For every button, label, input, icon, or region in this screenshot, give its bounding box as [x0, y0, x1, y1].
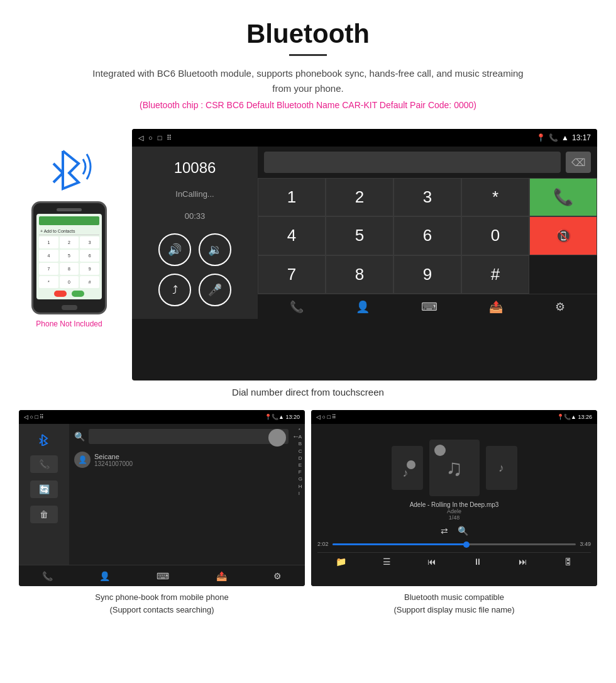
- num-key-7[interactable]: 7: [258, 255, 326, 294]
- pb-nav-transfer[interactable]: 📤: [216, 571, 227, 581]
- end-call-mini: [54, 291, 67, 297]
- dial-input-box[interactable]: [264, 152, 561, 173]
- music-col: ◁ ○ □ ⠿ 📍📞▲ 13:26 ♪ ♫: [311, 410, 597, 616]
- recent-nav-icon: □: [158, 134, 162, 142]
- pb-nav-dialpad[interactable]: ⌨: [157, 571, 169, 581]
- progress-fill: [333, 543, 466, 545]
- numpad-grid: 1 2 3 * 📞 4 5 6 0 📵 7 8 9 #: [258, 178, 597, 294]
- pb-time: 13:20: [285, 414, 300, 420]
- folder-btn[interactable]: 📁: [336, 557, 346, 567]
- pb-delete-btn[interactable]: 🗑: [30, 506, 58, 523]
- num-key-1[interactable]: 1: [258, 178, 326, 216]
- phone-sidebar: + Add to Contacts 1 2 3 4 5 6 7 8 9 * 0 …: [19, 129, 119, 328]
- time-current: 2:02: [317, 541, 329, 547]
- num-key-2[interactable]: 2: [326, 178, 393, 216]
- mini-topbar: [39, 216, 99, 225]
- phonebook-statusbar: ◁ ○ □ ⠿ 📍📞▲ 13:20: [19, 410, 305, 424]
- shuffle-btn[interactable]: ⇄: [441, 526, 448, 536]
- mini-key: 8: [60, 263, 79, 275]
- num-key-0[interactable]: 0: [461, 216, 529, 255]
- phone-home-button: [62, 305, 77, 310]
- statusbar-right: 📍 📞 ▲ 13:17: [536, 133, 591, 142]
- nav-dialpad-btn[interactable]: ⌨: [421, 300, 437, 314]
- mini-key: 3: [80, 236, 99, 248]
- num-key-8[interactable]: 8: [326, 255, 393, 294]
- title-divider: [289, 54, 327, 56]
- num-key-3[interactable]: 3: [393, 178, 461, 216]
- music-caption: Bluetooth music compatible (Support disp…: [393, 591, 514, 616]
- phonebook-sidebar: 📞 🔄 🗑: [19, 424, 69, 565]
- num-key-4[interactable]: 4: [258, 216, 326, 255]
- music-screen: ◁ ○ □ ⠿ 📍📞▲ 13:26 ♪ ♫: [311, 410, 597, 586]
- eq-btn[interactable]: 🎛: [564, 557, 573, 567]
- page-title: Bluetooth: [13, 19, 603, 49]
- num-key-9[interactable]: 9: [393, 255, 461, 294]
- main-content-area: + Add to Contacts 1 2 3 4 5 6 7 8 9 * 0 …: [0, 129, 616, 380]
- transfer-btn[interactable]: ⤴: [158, 274, 191, 306]
- svg-line-1: [53, 173, 63, 182]
- alpha-scroll[interactable]: *ABCDEFGHI: [299, 426, 302, 497]
- nav-contacts-btn[interactable]: 👤: [356, 300, 370, 314]
- phonebook-screen: ◁ ○ □ ⠿ 📍📞▲ 13:20: [19, 410, 305, 586]
- pb-nav-icons: ◁ ○ □ ⠿: [24, 414, 44, 420]
- num-key-star[interactable]: *: [461, 178, 529, 216]
- track-count: 1/48: [410, 514, 499, 521]
- ctrl-row-2: ⤴ 🎤: [158, 274, 231, 306]
- volume-up-btn[interactable]: 🔊: [158, 233, 191, 266]
- contact-avatar: 👤: [74, 452, 91, 468]
- phone-speaker: [57, 208, 82, 211]
- pb-nav-settings[interactable]: ⚙: [273, 571, 282, 581]
- call-accept-btn[interactable]: 📞: [529, 178, 597, 216]
- pb-scroll-thumb: [268, 429, 286, 447]
- pb-search-bar[interactable]: [89, 429, 289, 444]
- mini-dialpad: 1 2 3 4 5 6 7 8 9 * 0 #: [39, 236, 99, 288]
- mini-key: 7: [39, 263, 58, 275]
- num-key-6[interactable]: 6: [393, 216, 461, 255]
- mini-key: #: [80, 276, 99, 288]
- page-header: Bluetooth Integrated with BC6 Bluetooth …: [0, 0, 616, 129]
- num-key-5[interactable]: 5: [326, 216, 393, 255]
- progress-area: 2:02 3:49: [317, 541, 591, 547]
- music-controls-row: ⇄ 🔍: [441, 526, 468, 536]
- pb-nav-contacts[interactable]: 👤: [99, 571, 110, 581]
- music-note-right: ♪: [498, 462, 504, 475]
- pb-nav-call[interactable]: 📞: [42, 571, 53, 581]
- nav-settings-btn[interactable]: ⚙: [555, 300, 565, 314]
- mini-key: 1: [39, 236, 58, 248]
- num-key-hash[interactable]: #: [461, 255, 529, 294]
- nav-calls-btn[interactable]: 📞: [290, 300, 304, 314]
- call-number: 10086: [174, 159, 216, 177]
- progress-bar[interactable]: [333, 543, 576, 545]
- play-pause-btn[interactable]: ⏸: [473, 557, 482, 567]
- call-end-btn[interactable]: 📵: [529, 216, 597, 255]
- pb-signal-icon: 📍📞▲: [265, 414, 284, 420]
- phonebook-caption: Sync phone-book from mobile phone (Suppo…: [95, 591, 228, 616]
- bt-icon-btn[interactable]: [30, 430, 58, 448]
- backspace-btn[interactable]: ⌫: [566, 152, 591, 173]
- pb-search-row: 🔍 ←: [74, 429, 300, 444]
- call-status: InCalling...: [175, 189, 214, 199]
- call-icon: 📞: [549, 133, 558, 142]
- pb-sync-btn[interactable]: 🔄: [30, 480, 58, 498]
- wifi-icon: ▲: [561, 133, 569, 142]
- music-content: ♪ ♫ ♪ Adele - Rolling In the Deep.mp3 Ad…: [311, 424, 597, 586]
- mic-btn[interactable]: 🎤: [199, 274, 231, 306]
- next-btn[interactable]: ⏭: [519, 557, 527, 567]
- contact-number: 13241007000: [94, 460, 133, 467]
- prev-btn[interactable]: ⏮: [427, 557, 436, 567]
- bottom-screenshots: ◁ ○ □ ⠿ 📍📞▲ 13:20: [0, 410, 616, 616]
- time-total: 3:49: [580, 541, 591, 547]
- album-art-right: ♪: [486, 446, 517, 490]
- music-search-btn[interactable]: 🔍: [458, 526, 468, 536]
- back-nav-icon: ◁: [138, 134, 143, 142]
- nav-transfer-btn[interactable]: 📤: [489, 300, 503, 314]
- volume-down-btn[interactable]: 🔉: [199, 233, 231, 266]
- track-info: Adele - Rolling In the Deep.mp3 Adele 1/…: [410, 501, 499, 521]
- track-artist: Adele: [410, 508, 499, 514]
- pb-call-btn[interactable]: 📞: [30, 455, 58, 473]
- bluetooth-specs: (Bluetooth chip : CSR BC6 Default Blueto…: [13, 100, 603, 110]
- page-description: Integrated with BC6 Bluetooth module, su…: [88, 66, 528, 96]
- album-art-main: ♫: [429, 440, 480, 496]
- mini-key: 0: [60, 276, 79, 288]
- playlist-btn[interactable]: ☰: [383, 557, 391, 567]
